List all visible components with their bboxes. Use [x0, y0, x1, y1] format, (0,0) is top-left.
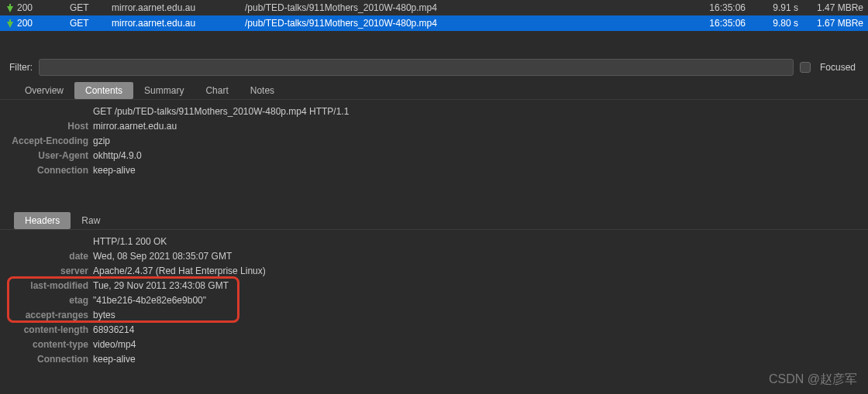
watermark: CSDN @赵彦军	[769, 372, 857, 388]
size: 1.67 MBRe	[798, 18, 865, 29]
header-value: "41be216-4b2e82e6e9b00"	[91, 293, 206, 308]
start-time: 16:35:06	[684, 18, 746, 29]
request-line: GET /pub/TED-talks/911Mothers_2010W-480p…	[0, 104, 868, 119]
detail-tabs: Overview Contents Summary Chart Notes	[0, 82, 868, 100]
filter-bar: Filter: Focused	[0, 53, 868, 82]
duration: 9.80 s	[746, 18, 798, 29]
host: mirror.aarnet.edu.au	[112, 18, 245, 29]
http-method: GET	[70, 18, 112, 29]
status-line: HTTP/1.1 200 OK	[0, 235, 868, 249]
host: mirror.aarnet.edu.au	[112, 2, 245, 13]
subtab-headers[interactable]: Headers	[14, 212, 71, 229]
tab-chart[interactable]: Chart	[195, 82, 239, 99]
header-value: Apache/2.4.37 (Red Hat Enterprise Linux)	[91, 264, 266, 279]
status-code: 200	[17, 18, 70, 29]
header-value: Wed, 08 Sep 2021 08:35:07 GMT	[91, 249, 232, 264]
download-arrow-icon	[3, 19, 17, 27]
header-value: 68936214	[91, 323, 134, 337]
path: /pub/TED-talks/911Mothers_2010W-480p.mp4	[245, 18, 684, 29]
filter-label: Filter:	[9, 62, 33, 73]
request-row[interactable]: 200 GET mirror.aarnet.edu.au /pub/TED-ta…	[0, 0, 868, 15]
header-key: content-length	[0, 323, 91, 337]
header-key: Connection	[0, 163, 91, 178]
http-method: GET	[70, 2, 112, 13]
header-key: accept-ranges	[0, 308, 91, 323]
header-value: video/mp4	[91, 337, 136, 352]
tab-overview[interactable]: Overview	[14, 82, 74, 99]
header-value: mirror.aarnet.edu.au	[91, 119, 177, 134]
subtab-raw[interactable]: Raw	[71, 212, 111, 229]
duration: 9.91 s	[746, 2, 798, 13]
header-key: User-Agent	[0, 149, 91, 163]
header-key: server	[0, 264, 91, 279]
header-value: keep-alive	[91, 352, 136, 367]
filter-input[interactable]	[39, 59, 794, 76]
requests-table: 200 GET mirror.aarnet.edu.au /pub/TED-ta…	[0, 0, 868, 31]
tab-summary[interactable]: Summary	[133, 82, 195, 99]
start-time: 16:35:06	[684, 2, 746, 13]
focused-label: Focused	[820, 62, 856, 73]
focused-checkbox[interactable]	[800, 62, 811, 73]
header-value: keep-alive	[91, 163, 136, 178]
header-key: Connection	[0, 352, 91, 367]
header-key: last-modified	[0, 279, 91, 293]
header-value: Tue, 29 Nov 2011 23:43:08 GMT	[91, 279, 229, 293]
response-subtabs: Headers Raw	[0, 212, 868, 230]
request-details: GET /pub/TED-talks/911Mothers_2010W-480p…	[0, 100, 868, 178]
path: /pub/TED-talks/911Mothers_2010W-480p.mp4	[245, 2, 684, 13]
header-key: content-type	[0, 337, 91, 352]
tab-contents[interactable]: Contents	[74, 82, 133, 99]
header-key: Accept-Encoding	[0, 134, 91, 149]
response-details: HTTP/1.1 200 OK dateWed, 08 Sep 2021 08:…	[0, 230, 868, 367]
request-row[interactable]: 200 GET mirror.aarnet.edu.au /pub/TED-ta…	[0, 15, 868, 31]
header-key: Host	[0, 119, 91, 134]
tab-notes[interactable]: Notes	[239, 82, 285, 99]
header-value: gzip	[91, 134, 110, 149]
header-key: etag	[0, 293, 91, 308]
download-arrow-icon	[3, 4, 17, 12]
header-value: bytes	[91, 308, 115, 323]
status-code: 200	[17, 2, 70, 13]
size: 1.47 MBRe	[798, 2, 865, 13]
header-key: date	[0, 249, 91, 264]
header-value: okhttp/4.9.0	[91, 149, 142, 163]
